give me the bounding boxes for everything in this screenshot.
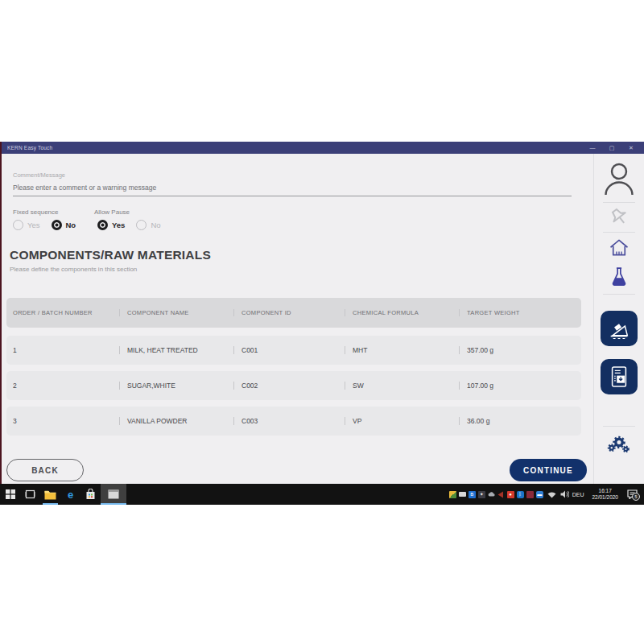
- sidebar-item-weighing[interactable]: [601, 311, 638, 346]
- tray-maroon-app-icon[interactable]: [526, 491, 534, 498]
- fixed-sequence-radio-group: Yes No: [13, 219, 87, 230]
- user-icon: [603, 161, 635, 196]
- tray-arrow-icon[interactable]: [497, 491, 505, 498]
- action-center-button[interactable]: 5: [627, 489, 638, 499]
- tray-red-app-icon[interactable]: ●: [507, 491, 514, 498]
- table-row[interactable]: 2 SUGAR,WHITE C002 SW 107.00 g: [6, 371, 581, 400]
- fixed-sequence-no-radio[interactable]: [52, 220, 62, 230]
- cell-weight: 107.00 g: [459, 382, 581, 390]
- window-controls: — ▢ ✕: [583, 142, 644, 154]
- fixed-sequence-label: Fixed sequence: [13, 208, 58, 216]
- tray-blue-app-icon[interactable]: ▬: [536, 491, 543, 498]
- notification-badge: 5: [632, 493, 640, 501]
- store-button[interactable]: [80, 484, 101, 505]
- cell-name: VANILLA POWDER: [119, 417, 233, 425]
- cell-name: MILK, HEAT TREATED: [119, 346, 233, 354]
- cell-order: 2: [6, 382, 119, 390]
- window-titlebar[interactable]: KERN Easy Touch — ▢ ✕: [0, 142, 644, 154]
- home-icon: [609, 237, 630, 258]
- allow-pause-yes-radio[interactable]: [97, 220, 108, 230]
- table-row[interactable]: 1 MILK, HEAT TREATED C001 MHT 357.00 g: [6, 336, 581, 365]
- taskbar-left: e: [0, 484, 126, 505]
- stamp-icon: [606, 205, 632, 231]
- cell-formula: SW: [345, 382, 459, 390]
- allow-pause-no-label[interactable]: No: [151, 221, 160, 229]
- page-title: COMPONENTS/RAW MATERIALS: [10, 248, 211, 262]
- page-subtitle: Please define the components in this sec…: [10, 266, 137, 273]
- col-header-weight: TARGET WEIGHT: [459, 309, 581, 316]
- sidebar-item-user[interactable]: [603, 161, 635, 196]
- tray-photos-icon[interactable]: ✦: [478, 491, 485, 498]
- tray-app-b-icon[interactable]: B: [469, 491, 476, 498]
- tray-shield-icon[interactable]: [449, 491, 456, 498]
- edge-button[interactable]: e: [60, 484, 80, 505]
- close-button[interactable]: ✕: [621, 142, 641, 154]
- components-table: ORDER / BATCH NUMBER COMPONENT NAME COMP…: [6, 298, 581, 442]
- table-header-row: ORDER / BATCH NUMBER COMPONENT NAME COMP…: [6, 298, 581, 328]
- fixed-sequence-yes-label[interactable]: Yes: [27, 221, 40, 229]
- back-button[interactable]: BACK: [6, 459, 84, 481]
- task-view-button[interactable]: [20, 484, 40, 505]
- minimize-button[interactable]: —: [583, 142, 602, 154]
- sidebar-item-stamp[interactable]: [606, 205, 632, 231]
- app-content: Comment/Message Fixed sequence Allow Pau…: [0, 154, 644, 484]
- sidebar-item-device-export[interactable]: [601, 359, 638, 394]
- store-bag-icon: [85, 489, 96, 500]
- left-edge-stripe: [0, 142, 2, 484]
- sidebar-item-lab[interactable]: [609, 266, 630, 287]
- onedrive-cloud-icon[interactable]: [488, 491, 495, 498]
- clock-time: 16:17: [599, 488, 612, 493]
- cell-weight: 36.00 g: [459, 417, 581, 425]
- flask-icon: [609, 266, 630, 287]
- cell-formula: MHT: [345, 346, 459, 354]
- fixed-sequence-yes-radio[interactable]: [13, 220, 23, 230]
- windows-logo-icon: [6, 489, 15, 499]
- taskbar-tray: B ✦ ● ᛒ ▬ DEU: [447, 484, 644, 505]
- cell-order: 3: [6, 417, 119, 425]
- cell-order: 1: [6, 346, 119, 354]
- bluetooth-icon[interactable]: ᛒ: [517, 491, 524, 498]
- task-view-icon: [25, 489, 35, 499]
- device-download-icon: [608, 365, 630, 389]
- sidebar-item-settings[interactable]: [605, 431, 633, 457]
- open-app-button[interactable]: [101, 484, 126, 505]
- table-row[interactable]: 3 VANILLA POWDER C003 VP 36.00 g: [6, 407, 581, 436]
- window-title: KERN Easy Touch: [0, 145, 52, 151]
- col-header-name: COMPONENT NAME: [119, 309, 233, 316]
- clock-date: 22/01/2020: [592, 494, 618, 500]
- cell-name: SUGAR,WHITE: [119, 382, 233, 390]
- col-header-formula: CHEMICAL FORMULA: [345, 309, 459, 316]
- right-sidebar: [593, 154, 644, 484]
- tray-device-icon[interactable]: [459, 492, 466, 497]
- fixed-sequence-no-label[interactable]: No: [66, 221, 76, 229]
- sidebar-divider: [603, 202, 635, 203]
- cell-id: C001: [233, 346, 345, 354]
- sidebar-divider: [603, 426, 635, 427]
- language-indicator[interactable]: DEU: [572, 492, 584, 497]
- weighing-scale-icon: [607, 317, 631, 340]
- kern-easy-touch-window: KERN Easy Touch — ▢ ✕ Comment/Message Fi…: [0, 142, 644, 505]
- taskbar-clock[interactable]: 16:17 22/01/2020: [592, 488, 618, 501]
- comment-field-label: Comment/Message: [13, 171, 65, 179]
- cell-weight: 357.00 g: [459, 346, 581, 354]
- allow-pause-yes-label[interactable]: Yes: [112, 221, 125, 229]
- comment-input[interactable]: [13, 180, 572, 196]
- edge-icon: e: [68, 489, 73, 500]
- allow-pause-label: Allow Pause: [94, 208, 130, 216]
- gears-icon: [605, 431, 633, 457]
- volume-icon[interactable]: [560, 490, 569, 498]
- screenshot-root: KERN Easy Touch — ▢ ✕ Comment/Message Fi…: [0, 0, 644, 644]
- allow-pause-radio-group: Yes No: [97, 219, 172, 230]
- maximize-button[interactable]: ▢: [602, 142, 621, 154]
- sidebar-divider: [603, 294, 635, 295]
- network-icon[interactable]: [547, 491, 556, 498]
- continue-button[interactable]: CONTINUE: [510, 459, 587, 481]
- cell-id: C002: [233, 382, 345, 390]
- col-header-order: ORDER / BATCH NUMBER: [6, 309, 119, 316]
- allow-pause-no-radio[interactable]: [136, 220, 147, 230]
- sidebar-item-home[interactable]: [609, 237, 630, 258]
- folder-icon: [44, 489, 56, 500]
- col-header-id: COMPONENT ID: [233, 309, 345, 316]
- file-explorer-button[interactable]: [40, 484, 60, 505]
- start-button[interactable]: [0, 484, 20, 505]
